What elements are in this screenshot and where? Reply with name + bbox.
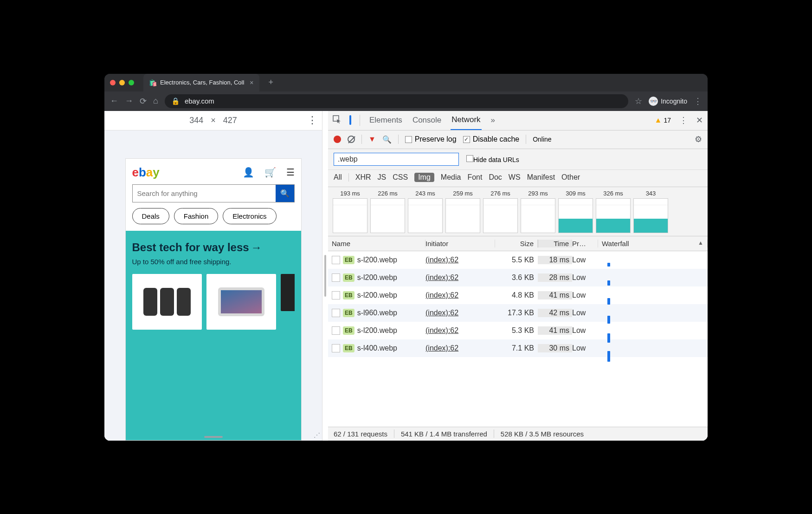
record-button[interactable] — [334, 136, 341, 143]
preserve-log-checkbox[interactable] — [405, 136, 412, 143]
type-all[interactable]: All — [334, 173, 342, 182]
tab-network[interactable]: Network — [451, 111, 481, 130]
column-initiator[interactable]: Initiator — [425, 240, 495, 247]
filmstrip-frame[interactable]: 259 ms — [445, 190, 480, 233]
filmstrip-frame[interactable]: 309 ms — [558, 190, 593, 233]
type-img[interactable]: Img — [414, 173, 434, 182]
column-priority[interactable]: Pr… — [572, 240, 598, 247]
close-window-button[interactable] — [110, 80, 116, 85]
tab-elements[interactable]: Elements — [368, 111, 403, 130]
devtools-menu-button[interactable]: ⋮ — [679, 115, 688, 125]
hide-data-urls-checkbox[interactable] — [466, 155, 473, 162]
column-name[interactable]: Name — [328, 240, 425, 247]
table-row[interactable]: EBs-l200.webp(index):623.6 KB28 msLow — [328, 269, 708, 286]
table-row[interactable]: EBs-l200.webp(index):625.3 KB41 msLow — [328, 322, 708, 339]
clear-button[interactable] — [348, 136, 355, 143]
throttling-dropdown[interactable]: Online — [533, 136, 551, 143]
resource-name: s-l960.webp — [357, 309, 397, 317]
disable-cache-toggle[interactable]: Disable cache — [463, 135, 520, 143]
promo-subtitle: Up to 50% off and free shipping. — [132, 258, 295, 266]
viewport-more-button[interactable]: ⋮ — [307, 114, 317, 126]
network-table-body: EBs-l200.webp(index):625.5 KB18 msLowEBs… — [328, 251, 708, 427]
table-row[interactable]: EBs-l200.webp(index):625.5 KB18 msLow — [328, 251, 708, 269]
column-size[interactable]: Size — [495, 240, 538, 247]
pill-fashion[interactable]: Fashion — [174, 208, 218, 224]
type-js[interactable]: JS — [378, 173, 387, 182]
pill-electronics[interactable]: Electronics — [223, 208, 276, 224]
filmstrip-frame[interactable]: 276 ms — [483, 190, 518, 233]
filmstrip-frame[interactable]: 226 ms — [370, 190, 405, 233]
forward-button[interactable]: → — [125, 96, 133, 106]
initiator-link[interactable]: (index):62 — [425, 291, 495, 299]
user-icon[interactable]: 👤 — [243, 167, 254, 178]
panel-splitter[interactable] — [322, 111, 328, 441]
promo-item-laptop[interactable] — [206, 274, 276, 330]
back-button[interactable]: ← — [110, 96, 118, 106]
promo-item-tv[interactable] — [281, 274, 295, 311]
type-xhr[interactable]: XHR — [355, 173, 371, 182]
cart-icon[interactable]: 🛒 — [264, 167, 276, 178]
disable-cache-checkbox[interactable] — [463, 136, 470, 143]
tab-close-button[interactable]: × — [250, 79, 253, 86]
resize-handle-corner[interactable]: ⋰ — [314, 431, 320, 439]
device-toolbar-button[interactable] — [349, 116, 351, 124]
initiator-link[interactable]: (index):62 — [425, 273, 495, 282]
initiator-link[interactable]: (index):62 — [425, 344, 495, 352]
filmstrip-frame[interactable]: 326 ms — [596, 190, 631, 233]
type-font[interactable]: Font — [467, 173, 482, 182]
status-requests: 62 / 131 requests — [334, 430, 387, 438]
type-doc[interactable]: Doc — [489, 173, 502, 182]
browser-toolbar: ← → ⟳ ⌂ 🔒 ebay.com ☆ 👓 Incognito ⋮ — [104, 91, 708, 111]
table-row[interactable]: EBs-l960.webp(index):6217.3 KB42 msLow — [328, 304, 708, 322]
menu-icon[interactable]: ☰ — [286, 167, 295, 178]
minimize-window-button[interactable] — [119, 80, 125, 85]
reload-button[interactable]: ⟳ — [140, 96, 147, 106]
viewport-width[interactable]: 344 — [189, 116, 203, 125]
filmstrip-frame[interactable]: 293 ms — [521, 190, 555, 233]
home-button[interactable]: ⌂ — [153, 96, 158, 106]
search-button[interactable]: 🔍 — [276, 185, 294, 202]
viewport-height[interactable]: 427 — [223, 116, 237, 125]
network-settings-button[interactable]: ⚙ — [695, 134, 702, 144]
type-css[interactable]: CSS — [393, 173, 408, 182]
preserve-log-toggle[interactable]: Preserve log — [405, 135, 457, 143]
type-ws[interactable]: WS — [509, 173, 521, 182]
table-row[interactable]: EBs-l200.webp(index):624.8 KB41 msLow — [328, 286, 708, 304]
column-time[interactable]: Time — [538, 240, 572, 247]
promo-banner: Best tech for way less→ Up to 50% off an… — [126, 231, 301, 440]
table-row[interactable]: EBs-l400.webp(index):627.1 KB30 msLow — [328, 339, 708, 357]
browser-menu-button[interactable]: ⋮ — [694, 96, 702, 106]
hide-data-urls-toggle[interactable]: Hide data URLs — [466, 155, 519, 163]
initiator-link[interactable]: (index):62 — [425, 256, 495, 264]
column-waterfall[interactable]: Waterfall▲ — [598, 240, 708, 247]
filter-input[interactable] — [334, 153, 459, 166]
type-other[interactable]: Other — [561, 173, 580, 182]
filmstrip-frame[interactable]: 243 ms — [408, 190, 443, 233]
new-tab-button[interactable]: + — [263, 78, 279, 87]
initiator-link[interactable]: (index):62 — [425, 326, 495, 335]
pill-deals[interactable]: Deals — [132, 208, 169, 224]
sort-arrow-icon: ▲ — [698, 240, 703, 246]
devtools-close-button[interactable]: ✕ — [696, 115, 703, 125]
tabs-overflow-button[interactable]: » — [490, 111, 496, 130]
browser-tab[interactable]: 🛍️ Electronics, Cars, Fashion, Coll × — [143, 74, 259, 91]
warnings-badge[interactable]: ▲ 17 — [655, 116, 671, 124]
search-button[interactable]: 🔍 — [382, 135, 392, 144]
type-media[interactable]: Media — [441, 173, 461, 182]
inspect-element-button[interactable] — [333, 115, 341, 125]
initiator-link[interactable]: (index):62 — [425, 309, 495, 317]
address-bar[interactable]: 🔒 ebay.com — [165, 94, 628, 108]
resize-handle-bottom[interactable] — [204, 436, 223, 438]
search-input[interactable] — [133, 185, 276, 202]
filter-toggle-button[interactable]: ▼ — [368, 135, 376, 143]
promo-item-phone[interactable] — [132, 274, 202, 330]
bookmark-star-button[interactable]: ☆ — [635, 96, 642, 106]
promo-title[interactable]: Best tech for way less→ — [132, 241, 295, 254]
ebay-logo[interactable]: ebay — [132, 165, 160, 180]
filmstrip-frame[interactable]: 193 ms — [333, 190, 367, 233]
filmstrip-frame[interactable]: 343 — [633, 190, 668, 233]
tab-console[interactable]: Console — [412, 111, 442, 130]
favicon-icon: 🛍️ — [149, 79, 156, 86]
zoom-window-button[interactable] — [129, 80, 134, 85]
type-manifest[interactable]: Manifest — [527, 173, 555, 182]
